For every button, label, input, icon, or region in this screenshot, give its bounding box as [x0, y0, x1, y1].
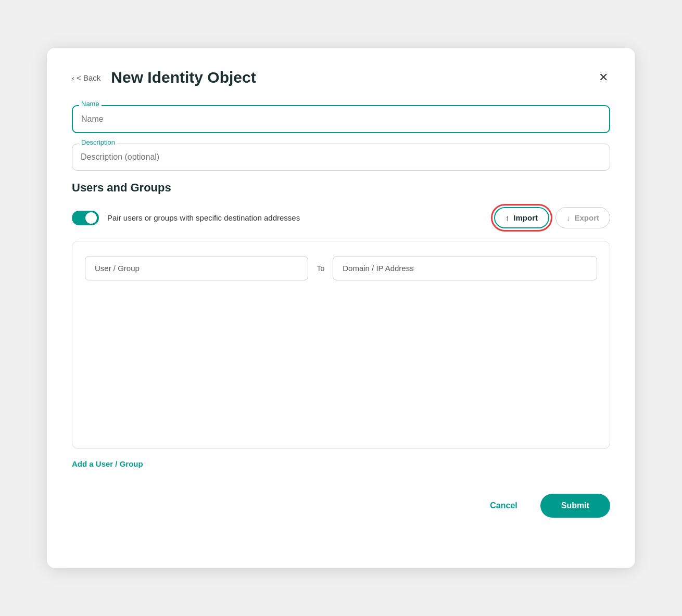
to-separator: To — [317, 264, 324, 273]
import-button[interactable]: ↑ Import — [494, 207, 549, 228]
export-label: Export — [574, 213, 599, 222]
toggle-description: Pair users or groups with specific desti… — [107, 213, 300, 222]
export-button: ↓ Export — [555, 207, 610, 228]
users-groups-section-title: Users and Groups — [72, 181, 610, 195]
action-buttons: ↑ Import ↓ Export — [494, 207, 610, 228]
user-group-column-header: User / Group — [85, 256, 308, 280]
table-header-row: User / Group To Domain / IP Address — [85, 256, 597, 280]
close-icon: ✕ — [599, 71, 608, 84]
cancel-button[interactable]: Cancel — [477, 495, 529, 517]
modal-container: ‹ < Back New Identity Object ✕ Name Desc… — [47, 48, 635, 568]
name-field-wrapper: Name — [72, 105, 610, 133]
close-button[interactable]: ✕ — [597, 69, 610, 86]
modal-header: ‹ < Back New Identity Object ✕ — [72, 69, 610, 86]
description-label: Description — [79, 138, 117, 146]
cancel-label: Cancel — [490, 501, 517, 510]
name-input[interactable] — [72, 105, 610, 133]
back-button[interactable]: ‹ < Back — [72, 73, 100, 82]
upload-icon: ↑ — [506, 213, 510, 222]
toggle-slider — [72, 211, 99, 225]
page-title: New Identity Object — [111, 69, 597, 86]
toggle-label-wrapper: Pair users or groups with specific desti… — [72, 211, 494, 225]
footer-row: Cancel Submit — [72, 494, 610, 518]
description-input[interactable] — [72, 144, 610, 171]
back-chevron-icon: ‹ — [72, 73, 74, 82]
pair-users-toggle[interactable] — [72, 211, 99, 225]
import-label: Import — [513, 213, 538, 222]
name-label: Name — [79, 100, 102, 108]
toggle-row: Pair users or groups with specific desti… — [72, 207, 610, 228]
add-user-group-label: Add a User / Group — [72, 459, 143, 468]
add-user-group-button[interactable]: Add a User / Group — [72, 459, 143, 468]
domain-ip-column-header: Domain / IP Address — [333, 256, 597, 280]
download-icon: ↓ — [566, 213, 571, 222]
table-area: User / Group To Domain / IP Address — [72, 241, 610, 449]
description-field-wrapper: Description — [72, 144, 610, 171]
submit-label: Submit — [561, 501, 589, 510]
submit-button[interactable]: Submit — [540, 494, 610, 518]
back-label: < Back — [77, 73, 100, 82]
